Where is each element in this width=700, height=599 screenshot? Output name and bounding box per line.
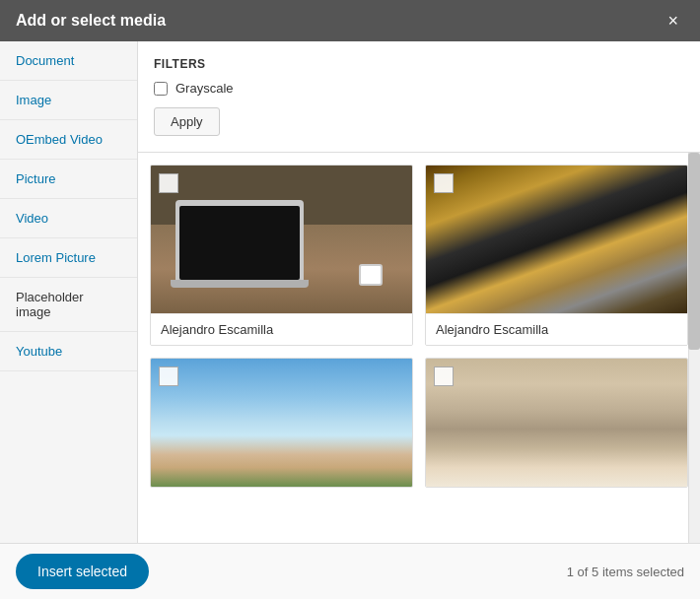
modal-title: Add or select media: [16, 12, 166, 30]
filters-title: FILTERS: [154, 57, 684, 71]
filters-panel: FILTERS Grayscale Apply: [138, 41, 700, 153]
modal-body: Document Image OEmbed Video Picture Vide…: [0, 41, 700, 543]
selection-info: 1 of 5 items selected: [567, 565, 684, 579]
media-select-checkbox-3[interactable]: [159, 366, 178, 386]
scrollbar-track[interactable]: [688, 153, 700, 543]
sidebar: Document Image OEmbed Video Picture Vide…: [0, 41, 138, 543]
sidebar-item-youtube[interactable]: Youtube: [0, 332, 137, 371]
main-content: FILTERS Grayscale Apply: [138, 41, 700, 543]
media-thumbnail-4: [426, 359, 687, 487]
grayscale-filter-row: Grayscale: [154, 81, 684, 96]
sidebar-item-document[interactable]: Document: [0, 41, 137, 81]
media-select-checkbox-4[interactable]: [434, 366, 454, 386]
media-grid-container[interactable]: Alejandro Escamilla Alejandro Escamilla: [138, 153, 700, 543]
media-caption-1: Alejandro Escamilla: [151, 313, 412, 345]
scrollbar-thumb[interactable]: [688, 153, 700, 350]
grayscale-checkbox[interactable]: [154, 82, 168, 96]
media-item[interactable]: [425, 358, 688, 488]
media-select-checkbox-1[interactable]: [159, 173, 178, 193]
sidebar-item-video[interactable]: Video: [0, 199, 137, 238]
modal-footer: Insert selected 1 of 5 items selected: [0, 543, 700, 599]
media-thumbnail-2: [426, 166, 687, 313]
insert-selected-button[interactable]: Insert selected: [16, 554, 149, 589]
media-thumbnail-3: [151, 359, 412, 487]
grayscale-label: Grayscale: [175, 81, 234, 96]
sidebar-item-oembed-video[interactable]: OEmbed Video: [0, 120, 137, 160]
sidebar-item-placeholder-image: Placeholder image: [0, 278, 137, 332]
close-button[interactable]: ×: [662, 10, 684, 32]
modal-header: Add or select media ×: [0, 0, 700, 41]
sidebar-item-picture[interactable]: Picture: [0, 160, 137, 199]
sidebar-item-image[interactable]: Image: [0, 81, 137, 120]
media-modal: Add or select media × Document Image OEm…: [0, 0, 700, 599]
media-item[interactable]: [150, 358, 413, 488]
media-grid: Alejandro Escamilla Alejandro Escamilla: [150, 165, 688, 488]
media-item[interactable]: Alejandro Escamilla: [425, 165, 688, 346]
media-caption-2: Alejandro Escamilla: [426, 313, 687, 345]
sidebar-item-lorem-picture[interactable]: Lorem Picture: [0, 238, 137, 278]
apply-button[interactable]: Apply: [154, 107, 220, 136]
media-select-checkbox-2[interactable]: [434, 173, 454, 193]
media-thumbnail-1: [151, 166, 412, 313]
media-item[interactable]: Alejandro Escamilla: [150, 165, 413, 346]
